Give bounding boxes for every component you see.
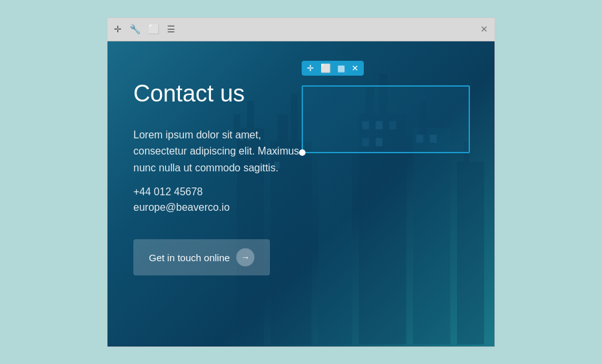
widget-toolbar[interactable]: ✛ ⬜ ▦ ✕ <box>302 61 364 76</box>
cta-button[interactable]: Get in touch online → <box>133 239 270 275</box>
widget-close-icon[interactable]: ✕ <box>351 63 359 73</box>
copy-icon[interactable]: ⬜ <box>148 24 159 34</box>
phone-number: +44 012 45678 <box>133 186 469 198</box>
content-area: ✛ ⬜ ▦ ✕ Contact us Lorem ipsum dolor sit… <box>107 41 495 347</box>
wrench-icon[interactable]: 🔧 <box>129 24 140 34</box>
move-icon[interactable]: ✛ <box>114 24 122 34</box>
arrow-icon: → <box>236 248 254 266</box>
cta-label: Get in touch online <box>149 252 230 263</box>
widget-move-icon[interactable]: ✛ <box>307 63 314 73</box>
close-icon[interactable]: ✕ <box>480 24 488 34</box>
connection-dot <box>299 149 306 156</box>
editor-window: ✛ 🔧 ⬜ ☰ ✕ <box>107 17 495 347</box>
widget-columns-icon[interactable]: ▦ <box>337 63 345 73</box>
widget-selection-box <box>302 85 470 153</box>
outer-toolbar: ✛ 🔧 ⬜ ☰ ✕ <box>107 18 495 41</box>
email-address: europe@beaverco.io <box>133 202 469 213</box>
hamburger-icon[interactable]: ☰ <box>167 24 175 34</box>
widget-copy-icon[interactable]: ⬜ <box>320 63 331 73</box>
body-text: Lorem ipsum dolor sit amet, consectetur … <box>133 127 315 177</box>
